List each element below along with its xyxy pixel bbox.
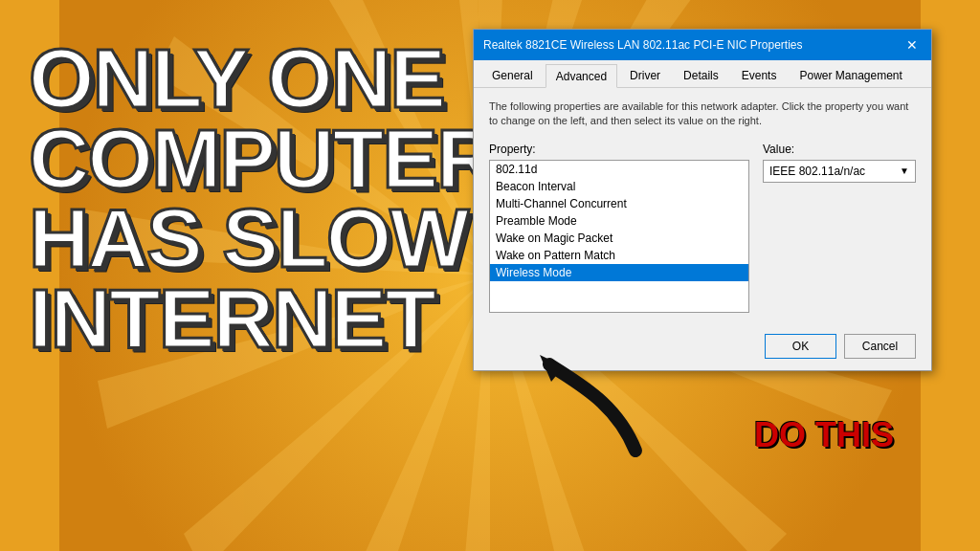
property-label: Property: — [489, 143, 749, 156]
dialog-tabs: General Advanced Driver Details Events P… — [474, 60, 931, 88]
list-item[interactable]: Beacon Interval — [490, 178, 748, 195]
property-list-section: Property: 802.11d Beacon Interval Multi-… — [489, 143, 749, 313]
tab-details[interactable]: Details — [673, 64, 729, 87]
value-dropdown-text: IEEE 802.11a/n/ac — [769, 165, 865, 178]
dialog-titlebar: Realtek 8821CE Wireless LAN 802.11ac PCI… — [474, 30, 931, 60]
list-item[interactable]: Multi-Channel Concurrent — [490, 195, 748, 212]
main-title: ONLY ONE COMPUTER HAS SLOW INTERNET — [29, 38, 469, 358]
ok-button[interactable]: OK — [765, 334, 836, 359]
value-dropdown[interactable]: IEEE 802.11a/n/ac ▼ — [763, 160, 916, 183]
list-item[interactable]: Preamble Mode — [490, 212, 748, 230]
properties-dialog: Realtek 8821CE Wireless LAN 802.11ac PCI… — [473, 29, 932, 371]
value-section: Value: IEEE 802.11a/n/ac ▼ — [763, 143, 916, 313]
cancel-button[interactable]: Cancel — [844, 334, 916, 359]
arrow-annotation — [530, 345, 655, 470]
property-list[interactable]: 802.11d Beacon Interval Multi-Channel Co… — [489, 160, 749, 313]
dialog-description: The following properties are available f… — [489, 99, 916, 129]
dialog-title: Realtek 8821CE Wireless LAN 802.11ac PCI… — [483, 38, 802, 52]
tab-advanced[interactable]: Advanced — [546, 64, 617, 88]
value-label: Value: — [763, 143, 916, 156]
left-panel: ONLY ONE COMPUTER HAS SLOW INTERNET — [29, 38, 469, 358]
dialog-close-button[interactable]: ✕ — [902, 35, 922, 55]
chevron-down-icon: ▼ — [900, 165, 909, 176]
do-this-label: DO THIS — [754, 415, 894, 455]
list-item[interactable]: 802.11d — [490, 161, 748, 178]
tab-general[interactable]: General — [481, 64, 544, 87]
properties-area: Property: 802.11d Beacon Interval Multi-… — [489, 143, 916, 313]
tab-power-management[interactable]: Power Management — [789, 64, 912, 87]
tab-events[interactable]: Events — [731, 64, 788, 87]
dialog-content: The following properties are available f… — [474, 88, 931, 324]
list-item-wireless-mode[interactable]: Wireless Mode — [490, 264, 748, 281]
list-item-wake-pattern[interactable]: Wake on Pattern Match — [490, 247, 748, 264]
tab-driver[interactable]: Driver — [619, 64, 671, 87]
list-item-wake-magic[interactable]: Wake on Magic Packet — [490, 230, 748, 247]
